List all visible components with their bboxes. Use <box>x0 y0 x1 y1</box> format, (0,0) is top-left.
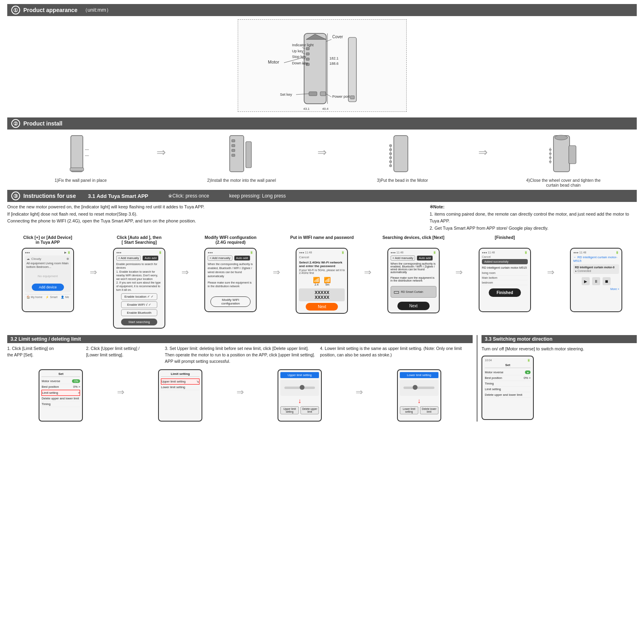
install-device-4-svg <box>541 134 586 178</box>
app-step-2: Click [Auto add ], then[ Start Searching… <box>99 235 179 329</box>
app-step-7: ●●● 11:48🔋 ← RD intelligent curtain moto… <box>556 235 637 312</box>
intro-text-area: Once the new motor powered on, the [indi… <box>7 204 422 232</box>
wifi-5g-icon: 📶 <box>324 277 331 283</box>
pause-btn[interactable]: ⏸ <box>592 277 600 285</box>
upper-setting-header: Upper limit setting <box>280 372 319 378</box>
modify-wifi-config-btn[interactable]: Modify WIFI configuration <box>210 296 251 307</box>
add-manually-tab3[interactable]: < Add manually <box>391 255 416 261</box>
stop-btn[interactable]: ⏹ <box>603 277 611 285</box>
svg-text:40.4: 40.4 <box>322 107 329 110</box>
step1-label: 1)Fix the wall panel in place <box>55 178 107 183</box>
svg-text:Up key: Up key <box>292 49 304 53</box>
tuya-home-content: ☁ Cloudy ⊕ All equipment Living room Mai… <box>25 255 71 292</box>
delete-lower-btn[interactable]: Delete lower limit <box>420 406 438 414</box>
add-device-button[interactable]: Add device <box>32 284 64 291</box>
motor-reverse-label: Motor reverse <box>41 379 60 383</box>
section1-header: ① Product appearance （unit:mm） <box>7 4 637 16</box>
limit-step-3-text: 3. Set Upper limit: deleting limit befor… <box>165 346 318 364</box>
perm-text: Enable permissions to search for devices… <box>116 262 162 292</box>
app-step-3: Modify WIFI configuration(2.4G required)… <box>190 235 271 312</box>
section3-title: Instructions for use <box>23 193 76 199</box>
rd-item-row: ▭ RD Smart Curtain <box>393 288 434 296</box>
wifi-icons: 📶 2.4 📶 5m <box>299 277 345 286</box>
status-bar-2: ●●●🔋 <box>116 251 162 254</box>
svg-rect-3 <box>306 47 309 50</box>
auto-add-tab2[interactable]: Auto add <box>234 255 250 261</box>
add-manually-tab[interactable]: < Add manually <box>116 255 141 261</box>
best-position-value: 0% > <box>73 385 80 389</box>
searching-tabs: < Add manually Auto add <box>391 255 436 261</box>
step1-app-label: Click [+] or [Add Device]in Tuya APP <box>23 235 72 246</box>
svg-rect-31 <box>70 168 84 171</box>
arrow-2: ⇒ <box>317 146 327 159</box>
wifi-signal-icon: 📶 <box>313 277 320 283</box>
svg-text:Power port: Power port <box>332 95 350 99</box>
step-arrow-4: ⇒ <box>364 267 371 278</box>
step-arrow-3: ⇒ <box>273 267 280 278</box>
app-step-1: Click [+] or [Add Device]in Tuya APP ●●●… <box>7 235 88 312</box>
svg-text:Indicator light: Indicator light <box>292 43 314 47</box>
auto-add-tab[interactable]: Auto add <box>142 255 158 261</box>
upper-limit-row[interactable]: Upper limit setting ↘ <box>161 379 200 385</box>
step-arrow-2: ⇒ <box>181 267 189 278</box>
step5-app-label: Searching devices, click [Next] <box>383 235 444 246</box>
app-step-4: Put in WIFI name and password ●●● 11:48🔋… <box>282 235 362 314</box>
wifi-5g-label: 5m <box>325 283 329 286</box>
lower-limit-set-btn[interactable]: Lower limit setting <box>400 406 418 414</box>
living-room-label: living room <box>482 272 496 274</box>
delete-upper-btn[interactable]: Delete upper limit <box>300 406 319 414</box>
svg-text:188.6: 188.6 <box>329 62 339 66</box>
limit-step-4-text: 4. Lower limit setting is the same as up… <box>320 346 473 364</box>
enable-bluetooth-btn[interactable]: Enable Bluetooth <box>121 309 157 316</box>
upper-slider <box>280 380 319 396</box>
rd-controls: ▶ ⏸ ⏹ <box>573 277 619 285</box>
arrow-3: ⇒ <box>478 146 488 159</box>
back-button[interactable]: ← RD intelligent curtain motor-M515 <box>573 255 619 263</box>
lower-slider-thumb[interactable] <box>413 385 418 390</box>
next-btn[interactable]: Next <box>306 303 338 311</box>
enable-wifi-btn[interactable]: Enable WIFI √ <box>121 301 157 308</box>
limit-screen-lower: Lower limit setting ↓ Lower limit settin… <box>397 369 441 422</box>
click-note: ※Click: press once <box>168 193 209 199</box>
step3-label: 3)Put the bead in the Motor <box>377 178 428 183</box>
add-manually-tab2[interactable]: < Add manually <box>208 255 232 261</box>
start-searching-btn[interactable]: Start searching <box>121 319 157 325</box>
cancel-row[interactable]: Cancel <box>299 255 345 259</box>
finished-button[interactable]: Finished <box>489 288 521 297</box>
section33-text: Turn on/ off [Motor reverse] to switch m… <box>481 346 637 352</box>
play-btn[interactable]: ▶ <box>582 277 590 285</box>
motor-reverse-toggle[interactable]: ON <box>72 379 80 383</box>
next-btn-dark[interactable]: Next <box>397 302 430 310</box>
limit-arrow-1: ⇒ <box>117 387 124 397</box>
enable-location-btn[interactable]: Enable location ✓ <box>121 293 157 300</box>
slider-thumb[interactable] <box>300 385 305 390</box>
upper-limit-set-btn[interactable]: Upper limit setting <box>280 406 299 414</box>
limit-screen-4-container: Lower limit setting ↓ Lower limit settin… <box>365 367 473 422</box>
screen-wifi-input: ●●● 11:48🔋 Cancel Select 2.4GHz Wi-Fi ne… <box>296 248 348 314</box>
intro-text: Once the new motor powered on, the [indi… <box>7 204 422 225</box>
svg-text:182.1: 182.1 <box>329 56 339 60</box>
limit-step-2-text: 2. Click [Upper limit setting] /[Lower l… <box>86 346 163 364</box>
limit-step-1-text: 1. Click [Limit Setting] onthe APP [Set]… <box>7 346 84 364</box>
status-bar-5: ●●● 11:48🔋 <box>391 251 436 254</box>
app-step-6: [Finished] ●●● 11:48🔋 Cancel Added succe… <box>464 235 545 312</box>
status-bar-1: ●●●▶ 🔋 <box>25 251 71 254</box>
nav-me: 👤 Me <box>61 296 69 299</box>
screen-searching: ●●● 11:48🔋 < Add manually Auto add When … <box>387 248 440 313</box>
more-link[interactable]: More > <box>573 288 619 290</box>
svg-rect-38 <box>232 154 235 156</box>
wifi-24g-label: 2.4 <box>315 283 319 286</box>
step-arrow-6: ⇒ <box>547 267 554 278</box>
svg-line-29 <box>326 94 331 97</box>
svg-text:Cover: Cover <box>332 35 343 39</box>
limit-setting-row[interactable]: Limit setting > <box>41 390 80 396</box>
upper-limit-label: Upper limit setting <box>161 380 185 383</box>
svg-text:Set key: Set key <box>280 93 292 97</box>
auto-add-tab3[interactable]: Auto add <box>417 255 433 261</box>
svg-line-18 <box>326 39 331 41</box>
lower-setting-header: Lower limit setting <box>400 372 438 378</box>
install-steps: 1)Fix the wall panel in place ⇒ 2)Instal… <box>7 134 637 187</box>
motor-toggle-33[interactable]: ● <box>525 370 531 374</box>
install-device-2-svg <box>226 134 258 178</box>
red-arrow-up: ↓ <box>280 397 319 405</box>
